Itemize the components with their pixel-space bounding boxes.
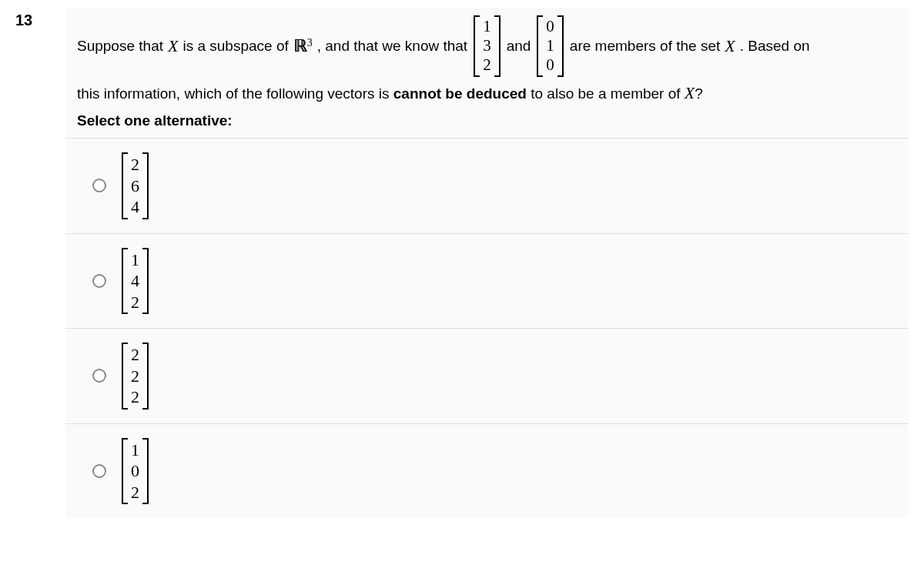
option-vector: 1 0 2 — [122, 438, 149, 505]
var-x: X — [685, 83, 695, 102]
radio-button[interactable] — [92, 464, 106, 478]
real-space: ℝ3 — [293, 33, 313, 59]
options-list: 2 6 4 1 4 2 — [65, 138, 909, 518]
question-number: 13 — [15, 8, 65, 518]
option-a[interactable]: 2 6 4 — [65, 138, 909, 233]
radio-button[interactable] — [92, 179, 106, 192]
q-text: is a subspace of — [182, 35, 288, 58]
select-instruction: Select one alternative: — [77, 110, 897, 132]
q-text: . Based on — [740, 35, 810, 58]
option-c[interactable]: 2 2 2 — [65, 328, 909, 423]
q-text: are members of the set — [570, 35, 720, 58]
question-line2: this information, which of the following… — [77, 80, 897, 105]
vector-2: 0 1 0 — [537, 15, 564, 77]
radio-button[interactable] — [92, 369, 106, 383]
radio-button[interactable] — [92, 274, 106, 288]
question-text: Suppose that X is a subspace of ℝ3 , and… — [65, 8, 909, 138]
q-text: and — [507, 35, 531, 58]
option-vector: 1 4 2 — [122, 248, 149, 315]
option-b[interactable]: 1 4 2 — [65, 233, 909, 329]
vector-1: 1 3 2 — [474, 15, 500, 77]
q-text-prefix: Suppose that — [77, 35, 163, 58]
question-content: Suppose that X is a subspace of ℝ3 , and… — [65, 8, 909, 518]
option-vector: 2 6 4 — [122, 152, 149, 219]
var-x: X — [168, 33, 178, 59]
bold-text: cannot be deduced — [393, 85, 527, 102]
option-vector: 2 2 2 — [122, 343, 149, 410]
var-x: X — [725, 33, 735, 59]
q-text: , and that we know that — [317, 35, 467, 58]
option-d[interactable]: 1 0 2 — [65, 423, 909, 519]
